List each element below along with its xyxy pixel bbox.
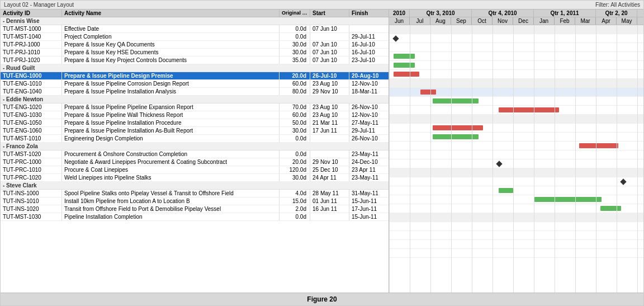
- table-row[interactable]: TUT-ENG-1030 Prepare & Issue Pipeline Wa…: [1, 111, 389, 119]
- table-row[interactable]: TUT-PRC-1000 Negotiate & Award Linepipes…: [1, 158, 389, 166]
- cell-id: TUT-PRC-1010: [1, 166, 62, 173]
- cell-finish: 23 Apr 11: [349, 166, 389, 173]
- cell-orig-dur: 0.0d: [280, 135, 310, 142]
- cell-start: [310, 150, 349, 158]
- cell-name: Procure & Coat Linepipes: [62, 166, 280, 173]
- gantt-data-row: [389, 124, 643, 133]
- cell-orig-dur: 0.0d: [280, 25, 310, 32]
- cell-orig-dur: 15.0d: [280, 197, 310, 205]
- cell-finish: [349, 25, 389, 32]
- gantt-data-row: [389, 231, 643, 240]
- cell-name: Spool Pipeline Stalks onto Pipelay Vesse…: [62, 190, 280, 197]
- cell-finish: 16-Jul-10: [349, 49, 389, 56]
- gantt-vline: [617, 25, 617, 293]
- cell-start: 07 Jun 10: [310, 49, 349, 56]
- gantt-month-cell: Mar: [575, 17, 596, 25]
- table-row[interactable]: TUT-INS-1000 Spool Pipeline Stalks onto …: [1, 190, 389, 197]
- cell-name: Prepare & Issue Key QA Documents: [62, 41, 280, 48]
- cell-id: TUT-ENG-1050: [1, 119, 62, 126]
- gantt-month-cell: Aug: [430, 17, 451, 25]
- cell-name: Project Completion: [62, 33, 280, 40]
- table-row[interactable]: TUT-ENG-1040 Prepare & Issue Pipeline In…: [1, 88, 389, 96]
- group-row: - Ruud Guilt: [1, 64, 389, 72]
- gantt-vline: [534, 25, 534, 293]
- gantt-data-row: [389, 70, 643, 79]
- table-row[interactable]: TUT-ENG-1020 Prepare & Issue Pipeline Pi…: [1, 103, 389, 111]
- cell-finish: 31-May-11: [349, 190, 389, 197]
- gantt-year-row: 2010Qtr 3, 2010Qtr 4, 2010Qtr 1, 2011Qtr…: [389, 10, 643, 17]
- gantt-group-row: [389, 115, 643, 124]
- cell-id: TUT-MST-1020: [1, 150, 62, 158]
- cell-start: [310, 33, 349, 40]
- gantt-vline: [389, 25, 390, 293]
- header-activity-name: Activity Name: [62, 10, 280, 17]
- cell-finish: 23-May-11: [349, 174, 389, 181]
- gantt-year-cell: Qtr 3, 2010: [410, 10, 472, 17]
- table-row[interactable]: TUT-PRC-1010 Procure & Coat Linepipes 12…: [1, 166, 389, 174]
- table-row[interactable]: TUT-INS-1020 Transit from Offshore Field…: [1, 205, 389, 213]
- gantt-month-cell: Sep: [451, 17, 472, 25]
- left-panel: Activity ID Activity Name Original Durat…: [1, 10, 389, 293]
- table-row[interactable]: TUT-ENG-1000 Prepare & Issue Pipeline De…: [1, 72, 389, 80]
- cell-name: Prepare & Issue Key HSE Documents: [62, 49, 280, 56]
- gantt-data-row: [389, 177, 643, 186]
- table-row[interactable]: TUT-MST-1000 Effective Date 0.0d 07 Jun …: [1, 25, 389, 33]
- table-row[interactable]: TUT-MST-1040 Project Completion 0.0d 29-…: [1, 33, 389, 41]
- header-activity-id: Activity ID: [1, 10, 62, 17]
- cell-id: TUT-ENG-1000: [1, 72, 62, 79]
- gantt-data-row: [389, 52, 643, 61]
- table-row[interactable]: TUT-PRJ-1020 Prepare & Issue Key Project…: [1, 57, 389, 64]
- table-row[interactable]: TUT-PRJ-1010 Prepare & Issue Key HSE Doc…: [1, 49, 389, 57]
- gantt-vline: [596, 25, 596, 293]
- cell-finish: 23-May-11: [349, 150, 389, 158]
- cell-orig-dur: 35.0d: [280, 57, 310, 64]
- gantt-group-row: [389, 79, 643, 88]
- gantt-data-row: [389, 106, 643, 115]
- group-row: - Franco Zola: [1, 143, 389, 150]
- cell-start: 23 Aug 10: [310, 80, 349, 87]
- table-row[interactable]: TUT-MST-1010 Engineering Design Completi…: [1, 135, 389, 143]
- cell-start: 07 Jun 10: [310, 25, 349, 32]
- cell-name: Prepare & Issue Pipeline Corrosion Desig…: [62, 80, 280, 87]
- gantt-data-row: [389, 222, 643, 231]
- cell-finish: 24-Dec-10: [349, 158, 389, 166]
- cell-id: TUT-PRC-1020: [1, 174, 62, 181]
- table-row[interactable]: TUT-INS-1010 Install 10km Pipeline from …: [1, 197, 389, 205]
- group-row: - Dennis Wise: [1, 17, 389, 25]
- cell-finish: 15-Jun-11: [349, 213, 389, 220]
- cell-name: Prepare & Issue Pipeline Design Premise: [62, 72, 280, 79]
- gantt-month-row: JunJulAugSepOctNovDecJanFebMarAprMay: [389, 17, 643, 25]
- gantt-vline: [555, 25, 555, 293]
- table-row[interactable]: TUT-ENG-1050 Prepare & Issue Pipeline In…: [1, 119, 389, 127]
- cell-start: [310, 135, 349, 142]
- gantt-bar-red: [579, 143, 618, 148]
- cell-id: TUT-MST-1010: [1, 135, 62, 142]
- cell-name: Prepare & Issue Pipeline Pipeline Expans…: [62, 103, 280, 111]
- gantt-month-cell: Dec: [513, 17, 534, 25]
- gantt-bar-green: [394, 63, 415, 68]
- cell-finish: 16-Jul-10: [349, 41, 389, 48]
- table-row[interactable]: TUT-PRJ-1000 Prepare & Issue Key QA Docu…: [1, 41, 389, 49]
- cell-orig-dur: 0.0d: [280, 213, 310, 220]
- header-finish: Finish: [349, 10, 389, 17]
- gantt-vline: [410, 25, 410, 293]
- cell-finish: 18-Mar-11: [349, 88, 389, 95]
- cell-id: TUT-PRJ-1010: [1, 49, 62, 56]
- gantt-data-row: [389, 159, 643, 168]
- table-row[interactable]: TUT-MST-1020 Procurement & Onshore Const…: [1, 150, 389, 158]
- gantt-rows: [389, 25, 643, 293]
- table-row[interactable]: TUT-ENG-1060 Prepare & Issue Pipeline In…: [1, 127, 389, 135]
- table-row[interactable]: TUT-ENG-1010 Prepare & Issue Pipeline Co…: [1, 80, 389, 88]
- gantt-data-row: [389, 195, 643, 204]
- gantt-month-cell: Nov: [493, 17, 513, 25]
- cell-start: 25 Dec 10: [310, 166, 349, 173]
- gantt-panel: 2010Qtr 3, 2010Qtr 4, 2010Qtr 1, 2011Qtr…: [389, 10, 643, 293]
- cell-orig-dur: 60.0d: [280, 111, 310, 119]
- cell-start: 29 Nov 10: [310, 88, 349, 95]
- cell-id: TUT-ENG-1040: [1, 88, 62, 95]
- table-row[interactable]: TUT-PRC-1020 Weld Linepipes into Pipelin…: [1, 174, 389, 182]
- cell-id: TUT-MST-1040: [1, 33, 62, 40]
- table-row[interactable]: TUT-MST-1030 Pipeline Installation Compl…: [1, 213, 389, 221]
- gantt-data-row: [389, 249, 643, 258]
- gantt-group-row: [389, 168, 643, 177]
